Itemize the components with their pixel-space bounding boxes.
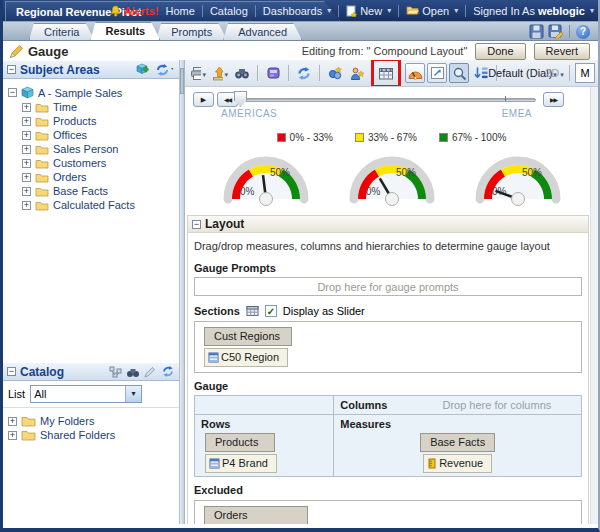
tab-results[interactable]: Results [90,22,160,40]
chip-orders[interactable]: Orders [204,506,308,524]
chip-p4-brand[interactable]: P4 Brand [205,454,277,473]
save-as-icon[interactable] [548,24,563,39]
legend-item: 67% - 100% [439,132,506,143]
nav-catalog[interactable]: Catalog [210,5,248,17]
chip-products[interactable]: Products [205,433,275,452]
gauge-grid-corner-cell [195,396,334,415]
expand-node-icon[interactable] [8,431,17,440]
nav-open-menu[interactable]: Open [406,5,458,17]
catalog-refresh-icon[interactable] [161,365,175,378]
subject-areas-collapse-icon[interactable] [7,65,16,74]
catalog-edit-icon[interactable] [144,366,157,378]
expand-node-icon[interactable] [22,131,31,140]
dashboard-preview-button[interactable] [263,63,283,83]
layout-section-header[interactable]: Layout [188,216,588,233]
chip-c50-region[interactable]: C50 Region [204,348,288,367]
revert-button[interactable]: Revert [534,43,590,60]
tab-criteria[interactable]: Criteria [29,23,94,40]
display-as-slider-checkbox[interactable] [265,305,277,317]
nav-divider [398,5,399,17]
chip-revenue[interactable]: Revenue [423,454,492,473]
expand-node-icon[interactable] [22,159,31,168]
save-icon[interactable] [529,24,544,39]
export-button[interactable] [210,63,230,83]
chip-base-facts[interactable]: Base Facts [420,433,495,452]
collapse-node-icon[interactable] [8,88,17,97]
gauge-style-dropdown[interactable]: Default (Dial) [502,63,542,83]
svg-text:0%: 0% [366,186,381,197]
catalog-list-select[interactable]: All [30,385,142,403]
tree-item-label: Shared Folders [40,429,115,441]
layout-description: Drag/drop measures, columns and hierarch… [194,240,582,252]
svg-text:0%: 0% [240,186,255,197]
tree-item-my-folders[interactable]: My Folders [6,415,176,427]
sections-dropzone[interactable]: Cust Regions C50 Region [194,321,582,373]
tree-item-root[interactable]: A - Sample Sales [6,86,176,99]
svg-text:50%: 50% [522,167,542,178]
measures-dropzone[interactable]: Measures Base Facts Revenue [334,415,582,477]
catalog-tree-view-icon[interactable] [109,366,122,378]
tree-item-time[interactable]: Time [6,101,176,113]
tree-item-base-facts[interactable]: Base Facts [6,185,176,197]
alerts-link[interactable]: Alerts! [110,5,159,17]
sections-properties-icon[interactable] [246,305,259,317]
layout-collapse-icon[interactable] [192,220,201,229]
expand-node-icon[interactable] [22,187,31,196]
slider-tick [505,96,506,101]
gauge-prompts-dropzone[interactable]: Drop here for gauge prompts [194,277,582,296]
tab-prompts[interactable]: Prompts [156,23,227,40]
edit-container-button[interactable] [427,63,447,83]
dimension-dropdown[interactable]: 2D [544,63,564,83]
tab-advanced[interactable]: Advanced [223,23,302,40]
refresh-results-button[interactable] [294,63,314,83]
slider-section-label-americas: AMERICAS [221,108,277,119]
nav-new-menu[interactable]: New [346,5,391,17]
expand-node-icon[interactable] [22,103,31,112]
splitter-grip[interactable] [180,68,184,94]
tree-item-customers[interactable]: Customers [6,157,176,169]
tree-item-label: My Folders [40,415,94,427]
tree-item-shared-folders[interactable]: Shared Folders [6,429,176,441]
print-button[interactable] [188,63,208,83]
slider-next-button[interactable] [543,92,564,107]
dimension-value: 2D [545,67,559,79]
view-properties-button[interactable] [376,63,396,83]
expand-node-icon[interactable] [22,201,31,210]
column-icon [209,458,220,469]
chip-cust-regions[interactable]: Cust Regions [204,327,292,346]
rows-dropzone[interactable]: Rows Products P4 Brand [195,415,334,477]
catalog-collapse-icon[interactable] [7,367,16,376]
add-subject-area-icon[interactable] [136,63,151,77]
vertical-scrollbar[interactable] [590,87,598,524]
measures-label: Measures [340,418,391,430]
more-button[interactable]: M [575,63,595,83]
nav-home[interactable]: Home [166,5,195,17]
search-binoculars-button[interactable] [232,63,252,83]
expand-node-icon[interactable] [22,145,31,154]
tree-item-calculated-facts[interactable]: Calculated Facts [6,199,176,211]
new-group-button[interactable] [325,63,345,83]
columns-dropzone[interactable]: Columns Drop here for columns [334,396,582,415]
new-calculated-item-button[interactable] [347,63,367,83]
expand-node-icon[interactable] [22,173,31,182]
refresh-subject-areas-icon[interactable] [155,63,175,77]
catalog-search-icon[interactable] [126,366,140,378]
tree-item-products[interactable]: Products [6,115,176,127]
legend-swatch-red [277,133,286,142]
tree-item-offices[interactable]: Offices [6,129,176,141]
expand-node-icon[interactable] [8,417,17,426]
catalog-title: Catalog [20,365,64,379]
zoom-button[interactable] [449,63,469,83]
excluded-dropzone[interactable]: Orders Orders Hierarchy [194,500,582,524]
help-icon[interactable] [576,25,590,39]
title-bar: Regional Revenue Pivot Alerts! Home Cata… [3,0,598,21]
nav-dashboards-menu[interactable]: Dashboards [263,5,331,17]
slider-play-button[interactable] [193,92,214,107]
done-button[interactable]: Done [475,43,525,60]
tree-item-sales-person[interactable]: Sales Person [6,143,176,155]
slider-track[interactable] [241,98,536,102]
tree-item-orders[interactable]: Orders [6,171,176,183]
signed-in-menu[interactable]: Signed In As weblogic [473,5,594,17]
gauge-view-button[interactable] [405,63,425,83]
expand-node-icon[interactable] [22,117,31,126]
